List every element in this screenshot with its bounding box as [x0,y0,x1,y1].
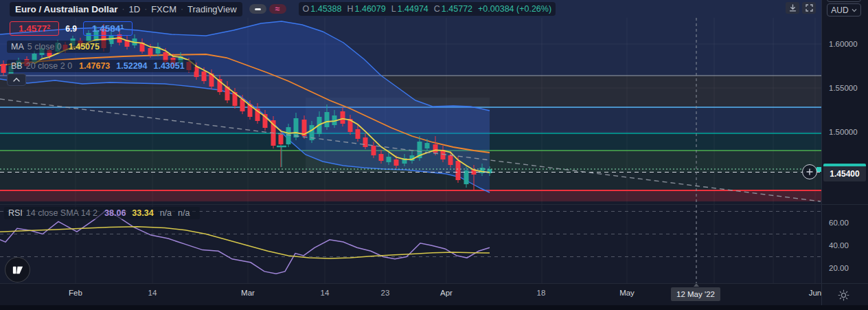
rsi-sma-value: 33.34 [132,208,153,218]
ohlc-readout: O1.45388 H1.46079 L1.44974 C1.45772 +0.0… [299,2,556,16]
last-price-value: 1.45400 [823,166,866,181]
collapse-indicators-button[interactable] [7,74,26,86]
crosshair-date-label: 12 May '22 [671,287,720,301]
bid-sup-digit: 2 [47,23,50,30]
buy-price-button[interactable]: 1.45841 [83,21,133,36]
wave-toggle-button[interactable]: ≈ [269,4,286,14]
brand-label: TradingView [187,4,237,14]
chart-corner-buttons [786,2,816,14]
time-tick: Feb [51,289,100,297]
separator-dot: · [122,4,125,14]
close-label: C [434,4,440,14]
chevron-down-icon [852,8,857,12]
fullscreen-icon [806,4,813,12]
price-zone [0,172,821,190]
rsi-value: 38.06 [104,208,126,218]
time-tick: 14 [300,289,350,297]
bottom-strip [0,305,868,310]
rsi-tick: 60.00 [829,218,849,228]
bid-value: 1.4577 [19,23,47,34]
symbol-title[interactable]: Euro / Australian Dollar [15,4,118,14]
price-tick: 1.50000 [829,127,858,137]
pane-divider[interactable] [0,204,868,205]
high-label: H [347,4,353,14]
price-zone [0,190,821,201]
ask-sup-digit: 1 [120,23,124,30]
ma-value: 1.45075 [69,42,100,52]
fullscreen-button[interactable] [802,2,816,14]
time-tick: 18 [516,289,566,297]
rsi-na-value: n/a [160,208,172,218]
time-tick: May [602,289,652,297]
symbol-header-group: Euro / Australian Dollar · 1D · FXCM · T… [10,2,242,16]
price-tick: 1.55000 [829,83,858,93]
spread-value: 6.9 [65,24,77,34]
time-tick: Jun [790,289,840,297]
rsi-indicator-label[interactable]: RSI [8,208,23,218]
rsi-na-value-2: n/a [178,208,190,218]
download-button[interactable] [786,2,799,14]
tradingview-chart-window: Euro / Australian Dollar · 1D · FXCM · T… [0,0,868,310]
price-zone [0,76,821,107]
chart-area[interactable]: Euro / Australian Dollar · 1D · FXCM · T… [0,0,821,283]
bb-indicator-row[interactable]: BB 20 close 2 0 1.47673 1.52294 1.43051 [7,60,195,72]
bb-indicator-label[interactable]: BB [11,61,23,71]
price-zone [0,151,821,173]
rsi-line [0,210,490,274]
ma-indicator-row[interactable]: MA 5 close 0 1.45075 [7,41,110,53]
add-order-plus-button[interactable] [802,164,817,179]
time-tick: Mar [223,289,273,297]
time-tick: 23 [361,289,410,297]
rsi-tick: 20.00 [829,263,849,273]
change-readout: +0.00384 (+0.26%) [478,4,551,14]
wave-icon: ≈ [275,5,280,13]
chart-header: Euro / Australian Dollar · 1D · FXCM · T… [0,0,556,18]
separator-dot: · [181,4,183,14]
trendline [0,99,821,201]
currency-selector-button[interactable]: AUD [827,3,861,16]
last-price-label: 1.45400 [823,164,866,181]
currency-label: AUD [831,5,848,15]
axis-divider [0,283,868,284]
line-handle[interactable] [816,167,821,172]
chevron-up-icon [13,78,20,82]
toggle-pill-button[interactable] [249,4,266,14]
bb-upper-value: 1.52294 [116,61,147,71]
plus-icon [806,168,813,175]
low-value: 1.44974 [398,4,429,14]
ma5-line [34,38,490,173]
ask-value: 1.4584 [92,23,120,34]
price-chart-canvas [0,0,821,283]
exchange-label[interactable]: FXCM [151,4,176,14]
bb-lower-line [0,79,490,192]
time-axis[interactable]: Feb14Mar1423Apr18May12 May '22Jun [0,283,821,305]
close-value: 1.45772 [442,4,472,14]
rsi-sma-line [0,227,490,258]
interval-label[interactable]: 1D [129,4,141,14]
low-label: L [391,4,396,14]
rsi-params: 14 close SMA 14 2 [26,208,98,218]
ma-params: 5 close 0 [27,42,62,52]
sell-price-button[interactable]: 1.45772 [10,21,59,36]
tradingview-logo[interactable] [5,257,30,283]
partial-button [827,0,861,2]
time-tick: 14 [128,289,177,297]
price-axis[interactable]: AUD 1.600001.550001.5000060.0040.0020.00… [821,0,868,305]
time-tick: Apr [422,289,471,297]
drawn-box [306,98,490,172]
download-icon [789,4,797,12]
open-label: O [303,4,310,14]
quote-row: 1.45772 6.9 1.45841 [10,21,133,36]
ma-indicator-label[interactable]: MA [11,42,24,52]
high-value: 1.46079 [355,4,386,14]
price-zone [0,133,821,151]
minus-icon [255,8,261,10]
open-value: 1.45388 [310,4,341,14]
bb-basis-value: 1.47673 [79,61,110,71]
price-zone [0,107,821,133]
bb-lower-value: 1.43051 [153,61,184,71]
tv-logo-icon [11,263,24,276]
rsi-indicator-row[interactable]: RSI 14 close SMA 14 2 38.06 33.34 n/a n/… [4,207,200,219]
bb-params: 20 close 2 0 [26,61,72,71]
separator-dot: · [144,4,147,14]
